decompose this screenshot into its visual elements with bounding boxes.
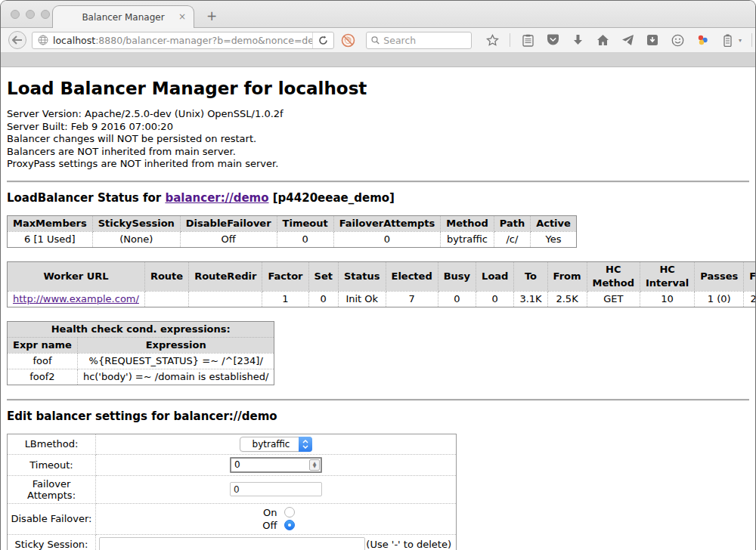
cell-failoverattempts: 0 bbox=[333, 231, 441, 247]
url-path: :8880/balancer-manager?b=demo&nonce=decc… bbox=[95, 35, 312, 46]
col-busy: Busy bbox=[438, 261, 476, 291]
cell-from: 2.5K bbox=[547, 291, 587, 307]
table-row: foof %{REQUEST_STATUS} =~ /^[234]/ bbox=[8, 353, 274, 369]
cell-route bbox=[144, 291, 188, 307]
cell-path: /c/ bbox=[494, 231, 530, 247]
server-version-line: Server Version: Apache/2.5.0-dev (Unix) … bbox=[7, 108, 749, 121]
col-worker-url: Worker URL bbox=[8, 261, 145, 291]
col-disablefailover: DisableFailover bbox=[180, 215, 277, 231]
disable-failover-on-radio[interactable] bbox=[284, 507, 295, 518]
col-path: Path bbox=[494, 215, 530, 231]
page-content: Load Balancer Manager for localhost Serv… bbox=[1, 79, 755, 550]
tab-bar: Balancer Manager × + bbox=[1, 1, 755, 28]
table-header-row: MaxMembers StickySession DisableFailover… bbox=[8, 215, 577, 231]
disable-failover-off-radio[interactable] bbox=[284, 520, 295, 530]
col-load: Load bbox=[476, 261, 514, 291]
sticky-session-input[interactable] bbox=[99, 537, 365, 550]
globe-icon bbox=[38, 35, 48, 45]
cell-active: Yes bbox=[531, 231, 577, 247]
col-active: Active bbox=[531, 215, 577, 231]
cell-timeout: 0 bbox=[277, 231, 333, 247]
window-zoom-button[interactable] bbox=[41, 10, 50, 19]
url-domain: localhost bbox=[53, 35, 95, 46]
form-row-sticky-session: Sticky Session: (Use '-' to delete) bbox=[8, 534, 457, 550]
proxypass-notice-line: ProxyPass settings are NOT inherited fro… bbox=[7, 158, 749, 171]
colorful-extension-icon[interactable] bbox=[695, 32, 710, 48]
cell-disablefailover: Off bbox=[180, 231, 277, 247]
col-method: Method bbox=[441, 215, 494, 231]
search-bar[interactable] bbox=[366, 32, 472, 49]
balancer-demo-link[interactable]: balancer://demo bbox=[165, 191, 268, 205]
new-tab-button[interactable]: + bbox=[206, 10, 217, 23]
search-input[interactable] bbox=[383, 35, 466, 46]
reload-button[interactable] bbox=[312, 32, 333, 48]
cell-set: 0 bbox=[308, 291, 338, 307]
lbmethod-select[interactable]: bytraffic bbox=[240, 437, 313, 452]
cell-to: 3.1K bbox=[514, 291, 547, 307]
inherit-notice-line: Balancers are NOT inherited from main se… bbox=[7, 146, 749, 159]
url-bar[interactable]: localhost:8880/balancer-manager?b=demo&n… bbox=[32, 32, 334, 49]
timeout-label: Timeout: bbox=[8, 454, 96, 475]
col-from: From bbox=[547, 261, 587, 291]
tab-close-icon[interactable]: × bbox=[178, 11, 186, 22]
cell-status: Init Ok bbox=[338, 291, 386, 307]
radio-on-label: On bbox=[258, 507, 277, 518]
timeout-input[interactable] bbox=[230, 457, 322, 473]
cell-load: 0 bbox=[476, 291, 514, 307]
col-set: Set bbox=[308, 261, 338, 291]
failover-attempts-input[interactable] bbox=[230, 482, 322, 496]
col-status: Status bbox=[338, 261, 386, 291]
browser-window: Balancer Manager × + localhost:8880/bala… bbox=[0, 0, 756, 550]
tab-balancer-manager[interactable]: Balancer Manager × bbox=[52, 5, 194, 28]
send-icon[interactable] bbox=[620, 32, 635, 48]
col-route: Route bbox=[144, 261, 188, 291]
chevron-down-icon[interactable]: ▾ bbox=[739, 37, 742, 44]
table-header-row: Worker URL Route RouteRedir Factor Set S… bbox=[8, 261, 756, 291]
section-divider bbox=[7, 399, 749, 400]
reading-list-icon[interactable] bbox=[520, 32, 535, 48]
col-passes: Passes bbox=[695, 261, 744, 291]
download-box-icon[interactable] bbox=[645, 32, 660, 48]
col-hc-interval: HC Interval bbox=[640, 261, 694, 291]
form-row-lbmethod: LBmethod: bytraffic bbox=[8, 434, 457, 454]
home-icon[interactable] bbox=[595, 32, 610, 48]
cell-fails: 2 (0) bbox=[744, 291, 756, 307]
feedback-smiley-icon[interactable] bbox=[670, 32, 685, 48]
window-minimize-button[interactable] bbox=[26, 10, 35, 19]
content-blocked-icon[interactable] bbox=[339, 32, 356, 48]
worker-url-link[interactable]: http://www.example.com/ bbox=[13, 293, 139, 304]
cell-expr-name: foof2 bbox=[8, 369, 78, 385]
form-row-disable-failover: Disable Failover: On Off bbox=[8, 503, 457, 534]
battery-extension-icon[interactable] bbox=[720, 32, 735, 48]
col-stickysession: StickySession bbox=[92, 215, 180, 231]
cell-expr-name: foof bbox=[8, 353, 78, 369]
cell-worker-url: http://www.example.com/ bbox=[8, 291, 145, 307]
col-timeout: Timeout bbox=[277, 215, 333, 231]
disable-failover-label: Disable Failover: bbox=[8, 503, 96, 534]
section-divider bbox=[7, 181, 749, 182]
download-arrow-icon[interactable] bbox=[570, 32, 585, 48]
worker-table: Worker URL Route RouteRedir Factor Set S… bbox=[7, 261, 756, 307]
back-button[interactable] bbox=[8, 31, 26, 49]
tab-title: Balancer Manager bbox=[82, 12, 164, 23]
toolbar-divider bbox=[751, 33, 752, 47]
cell-expression: hc('body') =~ /domain is established/ bbox=[77, 369, 274, 385]
navigation-toolbar: localhost:8880/balancer-manager?b=demo&n… bbox=[1, 28, 755, 52]
toolbar-divider bbox=[510, 33, 510, 47]
back-arrow-icon bbox=[12, 36, 23, 45]
window-close-button[interactable] bbox=[11, 10, 20, 19]
table-row: http://www.example.com/ 1 0 Init Ok 7 0 … bbox=[8, 291, 756, 307]
status-heading-prefix: LoadBalancer Status for bbox=[7, 191, 165, 205]
health-table-title: Health check cond. expressions: bbox=[8, 321, 274, 337]
bookmark-star-icon[interactable] bbox=[485, 32, 500, 48]
toolbar-icon-row: ▾ bbox=[485, 32, 756, 48]
window-controls[interactable] bbox=[11, 10, 50, 19]
sticky-session-hint: (Use '-' to delete) bbox=[366, 539, 453, 550]
cell-stickysession: (None) bbox=[92, 231, 180, 247]
number-spinner-icon[interactable]: ▲▼ bbox=[309, 459, 320, 471]
col-hc-method: HC Method bbox=[587, 261, 640, 291]
cell-factor: 1 bbox=[262, 291, 308, 307]
pocket-icon[interactable] bbox=[545, 32, 560, 48]
cell-hc-interval: 10 bbox=[640, 291, 694, 307]
form-row-timeout: Timeout: ▲▼ bbox=[8, 454, 457, 475]
